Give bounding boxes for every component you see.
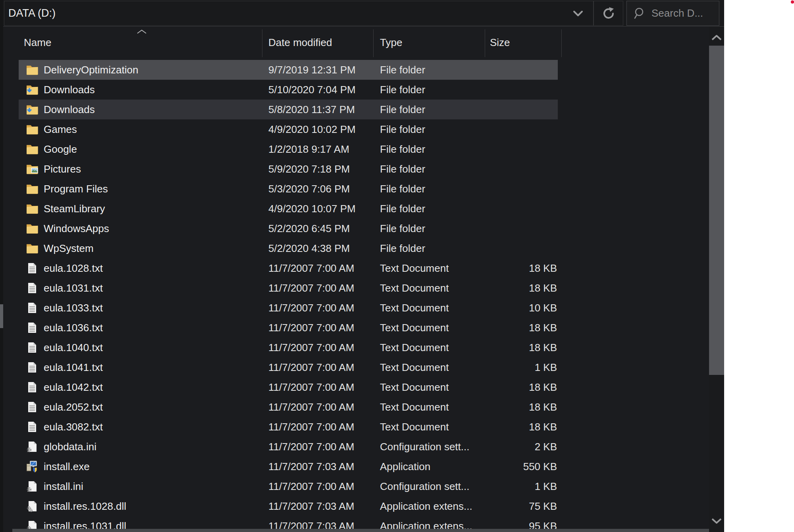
file-row[interactable]: eula.1033.txt 11/7/2007 7:00 AM Text Doc… (12, 298, 709, 318)
file-row[interactable]: WpSystem 5/2/2020 4:38 PM File folder (12, 238, 709, 258)
file-row[interactable]: eula.1042.txt 11/7/2007 7:00 AM Text Doc… (12, 377, 709, 397)
file-name: eula.1031.txt (44, 278, 103, 298)
file-row[interactable]: eula.1041.txt 11/7/2007 7:00 AM Text Doc… (12, 357, 709, 377)
folder-icon (25, 219, 39, 238)
column-divider[interactable] (485, 29, 485, 57)
file-row[interactable]: Games 4/9/2020 10:02 PM File folder (12, 119, 709, 139)
file-date-modified: 5/10/2020 7:04 PM (268, 80, 356, 100)
file-date-modified: 11/7/2007 7:00 AM (268, 377, 354, 397)
explorer-toolbar: DATA (D:) (3, 0, 724, 27)
file-date-modified: 5/9/2020 7:18 PM (268, 159, 350, 179)
file-row[interactable]: eula.1028.txt 11/7/2007 7:00 AM Text Doc… (12, 258, 709, 278)
file-date-modified: 11/7/2007 7:00 AM (268, 357, 354, 377)
file-name: install.exe (44, 457, 90, 476)
horizontal-scrollbar[interactable] (12, 529, 709, 532)
column-header-name[interactable]: Name (24, 27, 51, 58)
folder-download-icon (25, 100, 39, 119)
file-name: install.res.1028.dll (44, 496, 126, 516)
file-row[interactable]: eula.3082.txt 11/7/2007 7:00 AM Text Doc… (12, 417, 709, 437)
dll-file-icon (25, 496, 39, 516)
refresh-button[interactable] (594, 1, 623, 26)
file-date-modified: 11/7/2007 7:00 AM (268, 476, 354, 496)
file-name: eula.1033.txt (44, 298, 103, 318)
file-row[interactable]: Program Files 5/3/2020 7:06 PM File fold… (12, 179, 709, 199)
file-type: Text Document (380, 377, 449, 397)
file-size: 18 KB (486, 338, 557, 357)
folder-icon (25, 60, 39, 80)
file-type: File folder (380, 219, 425, 238)
folder-icon (25, 179, 39, 199)
file-row[interactable]: install.ini 11/7/2007 7:00 AM Configurat… (12, 476, 709, 496)
ini-file-icon (25, 476, 39, 496)
address-dropdown-button[interactable] (567, 1, 589, 25)
file-size: 550 KB (486, 457, 557, 476)
file-size: 2 KB (486, 437, 557, 457)
text-document-icon (25, 357, 39, 377)
file-type: Text Document (380, 318, 449, 338)
search-input[interactable] (651, 7, 719, 19)
file-date-modified: 11/7/2007 7:00 AM (268, 437, 354, 457)
column-header-type[interactable]: Type (380, 27, 402, 58)
scrollbar-down-button[interactable] (709, 514, 724, 528)
scrollbar-up-button[interactable] (709, 31, 724, 45)
text-document-icon (25, 417, 39, 437)
file-row[interactable]: Downloads 5/8/2020 11:37 PM File folder (12, 100, 709, 119)
file-type: Text Document (380, 278, 449, 298)
file-row[interactable]: Google 1/2/2018 9:17 AM File folder (12, 139, 709, 159)
text-document-icon (25, 377, 39, 397)
file-name: Pictures (44, 159, 81, 179)
file-type: File folder (380, 199, 425, 219)
folder-icon (25, 119, 39, 139)
column-divider[interactable] (262, 29, 262, 57)
address-bar[interactable]: DATA (D:) (4, 1, 594, 26)
text-document-icon (25, 258, 39, 278)
outer-scrollbar[interactable] (0, 0, 3, 532)
file-date-modified: 11/7/2007 7:00 AM (268, 417, 354, 437)
scrollbar-thumb[interactable] (709, 46, 724, 375)
file-name: Games (44, 119, 77, 139)
file-name: Downloads (44, 80, 95, 100)
sort-ascending-icon (136, 29, 148, 35)
column-divider[interactable] (561, 29, 562, 57)
vertical-scrollbar[interactable] (709, 27, 724, 532)
chevron-down-icon (573, 10, 583, 17)
file-name: WindowsApps (44, 219, 109, 238)
column-header-size[interactable]: Size (490, 27, 510, 58)
file-name: Google (44, 139, 77, 159)
folder-icon (25, 139, 39, 159)
text-document-icon (25, 298, 39, 318)
file-row[interactable]: WindowsApps 5/2/2020 6:45 PM File folder (12, 219, 709, 238)
file-row[interactable]: eula.1031.txt 11/7/2007 7:00 AM Text Doc… (12, 278, 709, 298)
file-type: Text Document (380, 258, 449, 278)
outer-scrollbar-thumb[interactable] (0, 304, 3, 328)
file-type: File folder (380, 238, 425, 258)
file-row[interactable]: eula.1040.txt 11/7/2007 7:00 AM Text Doc… (12, 338, 709, 357)
ini-file-icon (25, 437, 39, 457)
file-type: File folder (380, 80, 425, 100)
file-name: globdata.ini (44, 437, 96, 457)
file-row[interactable]: globdata.ini 11/7/2007 7:00 AM Configura… (12, 437, 709, 457)
file-row[interactable]: DeliveryOptimization 9/7/2019 12:31 PM F… (12, 60, 709, 80)
file-row[interactable]: Pictures 5/9/2020 7:18 PM File folder (12, 159, 709, 179)
file-row[interactable]: eula.2052.txt 11/7/2007 7:00 AM Text Doc… (12, 397, 709, 417)
file-date-modified: 11/7/2007 7:03 AM (268, 457, 354, 476)
red-marker-dot (791, 0, 794, 4)
file-row[interactable]: Downloads 5/10/2020 7:04 PM File folder (12, 80, 709, 100)
column-header-date-modified[interactable]: Date modified (268, 27, 332, 58)
file-type: File folder (380, 159, 425, 179)
file-row[interactable]: install.res.1028.dll 11/7/2007 7:03 AM A… (12, 496, 709, 516)
file-row[interactable]: SteamLibrary 4/9/2020 10:07 PM File fold… (12, 199, 709, 219)
file-name: eula.1042.txt (44, 377, 103, 397)
column-divider[interactable] (373, 29, 374, 57)
file-date-modified: 5/2/2020 6:45 PM (268, 219, 350, 238)
file-size: 18 KB (486, 397, 557, 417)
search-box[interactable] (626, 1, 719, 26)
file-row[interactable]: eula.1036.txt 11/7/2007 7:00 AM Text Doc… (12, 318, 709, 338)
file-type: Text Document (380, 338, 449, 357)
file-type: Application (380, 457, 430, 476)
file-row[interactable]: install.exe 11/7/2007 7:03 AM Applicatio… (12, 457, 709, 476)
text-document-icon (25, 338, 39, 357)
file-date-modified: 5/2/2020 4:38 PM (268, 238, 350, 258)
file-name: SteamLibrary (44, 199, 105, 219)
refresh-icon (602, 6, 615, 21)
